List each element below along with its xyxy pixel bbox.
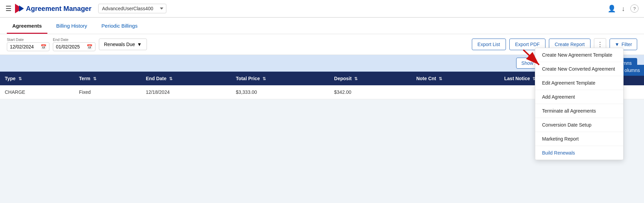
col-deposit[interactable]: Deposit ⇅	[329, 72, 411, 85]
dropdown-menu: Create New Agreement Template Create New…	[535, 48, 624, 160]
cell-note-cnt	[411, 85, 499, 99]
end-date-label: End Date	[53, 38, 95, 42]
download-icon[interactable]: ↓	[621, 5, 625, 13]
export-list-button[interactable]: Export List	[472, 39, 506, 50]
menu-item-edit-template[interactable]: Edit Agreement Template	[535, 76, 623, 90]
end-date-input-row: 📅	[53, 42, 95, 51]
menu-item-marketing-report[interactable]: Marketing Report	[535, 132, 623, 146]
columns-popup-edge: olumns	[620, 65, 644, 76]
renewals-label: Renewals Due	[104, 42, 135, 47]
end-date-input[interactable]	[56, 44, 87, 49]
logo-area: Agreement Manager	[15, 4, 91, 13]
col-type[interactable]: Type ⇅	[0, 72, 74, 85]
col-total-price-label: Total Price	[236, 76, 260, 81]
col-term-sort-icon[interactable]: ⇅	[93, 76, 96, 81]
cell-deposit: $342.00	[329, 85, 411, 99]
start-date-field: Start Date 📅	[7, 38, 49, 51]
menu-item-build-renewals[interactable]: Build Renewals	[535, 146, 623, 160]
menu-item-create-converted[interactable]: Create New Converted Agreement	[535, 62, 623, 76]
col-end-date-sort-icon[interactable]: ⇅	[169, 76, 173, 81]
top-nav: ☰ Agreement Manager AdvancedUserClass400…	[0, 0, 644, 18]
col-last-notice-label: Last Notice	[504, 76, 530, 81]
app-title-text: Agreement Manager	[26, 5, 91, 13]
menu-item-add-agreement[interactable]: Add Agreement	[535, 90, 623, 104]
help-icon[interactable]: ?	[630, 4, 639, 13]
tab-periodic-billings[interactable]: Periodic Billings	[96, 19, 143, 34]
org-selector[interactable]: AdvancedUserClass400	[98, 4, 166, 13]
menu-item-create-template[interactable]: Create New Agreement Template	[535, 48, 623, 62]
menu-item-terminate-all[interactable]: Terminate all Agreements	[535, 104, 623, 118]
renewals-dropdown[interactable]: Renewals Due ▼	[99, 39, 147, 50]
col-total-price[interactable]: Total Price ⇅	[231, 72, 329, 85]
tab-billing-history[interactable]: Billing History	[51, 19, 93, 34]
tab-agreements[interactable]: Agreements	[7, 19, 47, 34]
end-date-calendar-icon[interactable]: 📅	[87, 44, 92, 49]
col-term-label: Term	[79, 76, 90, 81]
col-end-date[interactable]: End Date ⇅	[141, 72, 231, 85]
cell-total-price: $3,333.00	[231, 85, 329, 99]
start-date-label: Start Date	[7, 38, 49, 42]
renewals-chevron-icon: ▼	[137, 42, 142, 47]
cell-type: CHARGE	[0, 85, 74, 99]
user-icon[interactable]: 👤	[608, 4, 616, 13]
col-total-price-sort-icon[interactable]: ⇅	[263, 76, 266, 81]
col-term[interactable]: Term ⇅	[74, 72, 141, 85]
col-type-sort-icon[interactable]: ⇅	[18, 76, 22, 81]
more-icon: ⋮	[597, 41, 603, 48]
col-end-date-label: End Date	[146, 76, 167, 81]
col-deposit-sort-icon[interactable]: ⇅	[354, 76, 358, 81]
cell-end-date: 12/18/2024	[141, 85, 231, 99]
funnel-icon: ▼	[615, 42, 619, 47]
hamburger-menu-icon[interactable]: ☰	[5, 4, 12, 13]
col-note-cnt[interactable]: Note Cnt ⇅	[411, 72, 499, 85]
col-type-label: Type	[5, 76, 16, 81]
menu-item-conversion-date[interactable]: Conversion Date Setup	[535, 118, 623, 132]
start-date-calendar-icon[interactable]: 📅	[41, 44, 46, 49]
cell-term: Fixed	[74, 85, 141, 99]
col-note-cnt-sort-icon[interactable]: ⇅	[439, 76, 442, 81]
end-date-field: End Date 📅	[53, 38, 95, 51]
filter-label: Filter	[621, 42, 632, 47]
col-deposit-label: Deposit	[334, 76, 351, 81]
start-date-input[interactable]	[10, 44, 41, 49]
col-note-cnt-label: Note Cnt	[416, 76, 436, 81]
nav-right: 👤 ↓ ?	[608, 4, 639, 13]
tabs-bar: Agreements Billing History Periodic Bill…	[0, 18, 644, 34]
start-date-input-row: 📅	[7, 42, 49, 51]
